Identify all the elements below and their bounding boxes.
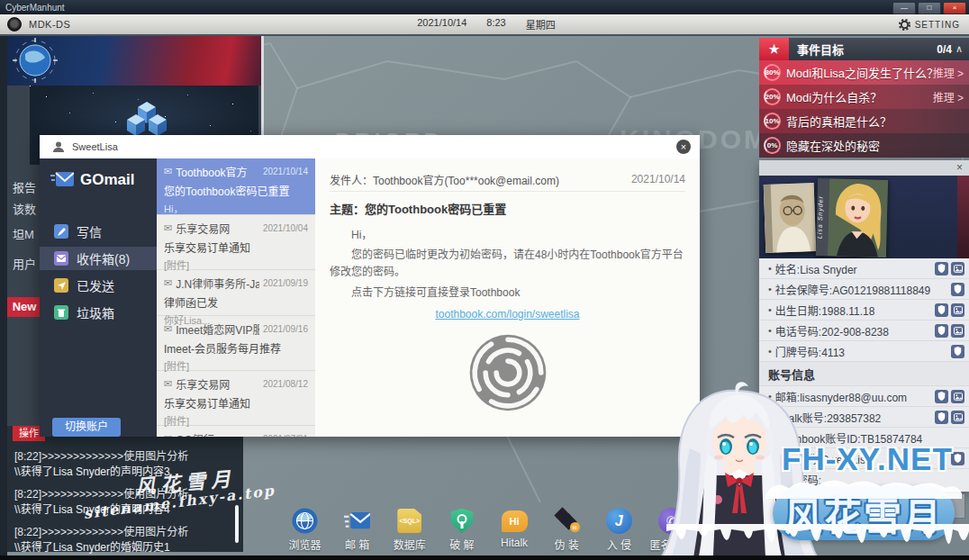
shield-icon[interactable] xyxy=(935,324,948,338)
mail-body-line: Hi， xyxy=(330,227,685,244)
photo-icon[interactable] xyxy=(951,262,964,275)
time: 8:23 xyxy=(486,17,505,32)
screen-left-edge xyxy=(0,34,7,560)
mail-body-line: 点击下方链接可直接登录Toothbook xyxy=(330,285,685,302)
gear-icon xyxy=(899,19,910,31)
sidebar-item-sent[interactable]: 已发送 xyxy=(40,274,157,297)
sidebar-item-trash[interactable]: 垃圾箱 xyxy=(40,301,157,324)
mail-list-item[interactable]: ✉乐享交易网2021/08/12 乐享交易订单通知 [附件] xyxy=(157,371,315,426)
log-scrollbar[interactable] xyxy=(235,505,239,543)
objective-item[interactable]: 80% Modi和Lisa之间发生了什么？ 推理 > xyxy=(759,60,969,85)
progress-badge: 10% xyxy=(764,113,781,130)
shield-icon[interactable] xyxy=(935,262,948,275)
red-strip xyxy=(957,176,969,258)
mail-list-item[interactable]: ✉J.N律师事务所-James、2021/09/19 律师函已发 你好Lisa.… xyxy=(157,270,315,316)
portrait-card-lisa[interactable]: Lisa Snyder xyxy=(816,178,888,257)
shield-icon[interactable] xyxy=(951,452,964,465)
taskbar-item-disguise[interactable]: Hi 伪 装 xyxy=(543,508,591,556)
taskbar: 浏览器 邮 箱 <SQL> 数据库 破 解 Hi Hitalk Hi 伪 装 J… xyxy=(281,508,695,556)
portrait-card-man[interactable] xyxy=(764,183,817,253)
shield-icon[interactable] xyxy=(935,303,948,317)
log-line: [8:22]>>>>>>>>>>>>>使用图片分析 xyxy=(14,447,188,463)
taskbar-item-mail[interactable]: 邮 箱 xyxy=(333,508,381,556)
photo-icon[interactable] xyxy=(951,324,964,338)
fragment-text: 坦M xyxy=(13,225,34,242)
progress-badge: 80% xyxy=(764,64,781,81)
maximize-button[interactable]: □ xyxy=(918,2,941,14)
user-icon xyxy=(52,140,65,153)
taskbar-item-intrude[interactable]: J 入 侵 xyxy=(595,508,643,556)
envelope-icon: ✉ xyxy=(164,277,172,289)
bullet: • xyxy=(768,346,772,357)
close-icon[interactable]: × xyxy=(956,161,963,174)
profile-row[interactable]: • 姓名:Lisa Snyder xyxy=(759,258,969,279)
screen-bottom-edge xyxy=(0,555,969,560)
portrait-area: Lisa Snyder xyxy=(759,176,969,258)
game-screen: DRIORD PHAX KINGDOM xyxy=(0,0,969,560)
taskbar-item-browser[interactable]: 浏览器 xyxy=(281,508,329,556)
envelope-icon: ✉ xyxy=(164,222,172,234)
mail-app-icon xyxy=(344,508,370,534)
shield-icon[interactable] xyxy=(935,411,948,424)
new-badge: New xyxy=(7,297,41,317)
mail-account-name: SweetLisa xyxy=(72,141,118,152)
close-button[interactable]: × xyxy=(943,2,966,14)
clock: 2021/10/14 8:23 星期四 xyxy=(396,17,576,32)
photo-icon[interactable] xyxy=(951,411,964,424)
profile-titlebar: × xyxy=(759,160,969,176)
stars xyxy=(30,86,31,86)
inbox-icon xyxy=(54,251,68,266)
envelope-icon: ✉ xyxy=(164,378,172,390)
toothbook-spiral-logo xyxy=(466,331,549,414)
mail-list-item[interactable]: ✉GO银行2021/07/31 GO银行年度电子账单 xyxy=(157,426,315,437)
chevron-up-icon[interactable]: ∧ xyxy=(955,43,963,55)
window-controls: — □ × xyxy=(892,2,966,14)
profile-row[interactable]: • 电话号码:202-908-8238 xyxy=(759,321,969,341)
mail-list-item[interactable]: ✉乐享交易网2021/10/04 乐享交易订单通知 [附件] xyxy=(157,215,315,270)
gomail-brand: GOmail xyxy=(80,171,134,189)
envelope-icon xyxy=(50,172,74,188)
mail-list-item[interactable]: ✉Toothbook官方2021/10/14 您的Toothbook密码已重置 … xyxy=(157,158,315,215)
mail-titlebar[interactable]: SweetLisa × xyxy=(40,135,700,159)
toothbook-login-link[interactable]: toothbook.com/login/sweetlisa xyxy=(315,308,700,321)
photo-icon[interactable] xyxy=(951,390,964,403)
snow-cap xyxy=(762,475,965,499)
shield-icon[interactable] xyxy=(935,390,948,403)
shield-icon[interactable] xyxy=(951,345,964,358)
mail-subject: 主题：您的Toothbook密码已重置 xyxy=(330,200,506,217)
taskbar-item-hitalk[interactable]: Hi Hitalk xyxy=(491,508,539,556)
mail-list-item[interactable]: ✉Imeet婚恋网VIP服务2021/09/16 Imeet-会员服务每月推荐 … xyxy=(157,316,315,371)
crack-shield-icon xyxy=(450,509,474,534)
trash-icon xyxy=(54,305,68,320)
app-topbar: MDK-DS 2021/10/14 8:23 星期四 SETTING xyxy=(0,14,969,36)
sidebar-item-compose[interactable]: 写信 xyxy=(40,220,157,243)
objective-item[interactable]: 20% Modi为什么自杀？ 推理 > xyxy=(759,85,969,109)
minimize-button[interactable]: — xyxy=(892,2,916,14)
objective-item[interactable]: 0% 隐藏在深处的秘密 xyxy=(759,133,969,158)
switch-account-button[interactable]: 切换账户 xyxy=(52,418,121,437)
setting-button[interactable]: SETTING xyxy=(899,19,960,31)
objectives-header[interactable]: ★ 事件目标 0/4 ∧ xyxy=(759,38,969,60)
deduce-button[interactable]: 推理 > xyxy=(933,65,964,80)
mail-date: 2021/10/14 xyxy=(631,173,685,185)
close-icon[interactable]: × xyxy=(676,140,691,154)
profile-row[interactable]: • 社会保障号:AG01219881118849 xyxy=(759,279,969,300)
gomail-logo: GOmail xyxy=(50,171,134,189)
mdk-logo-icon xyxy=(7,17,22,32)
hitalk-icon: Hi xyxy=(502,510,528,532)
shield-icon[interactable] xyxy=(951,283,964,296)
photo-icon[interactable] xyxy=(951,303,964,317)
fragment-text: 该数 xyxy=(13,200,36,217)
profile-row[interactable]: • 出生日期:1988.11.18 xyxy=(759,300,969,321)
paper-plane-icon xyxy=(54,278,68,293)
sidebar-item-inbox[interactable]: 收件箱(8) xyxy=(40,247,157,270)
deduce-button[interactable]: 推理 > xyxy=(933,89,964,104)
profile-row[interactable]: • 门牌号码:4113 xyxy=(759,341,969,362)
objective-item[interactable]: 10% 背后的真相是什么？ xyxy=(759,109,969,133)
log-result: \\获得了Lisa Snyder的婚姻历史1 xyxy=(14,538,170,554)
bullet: • xyxy=(768,325,772,336)
objectives-panel: ★ 事件目标 0/4 ∧ 80% Modi和Lisa之间发生了什么？ 推理 > … xyxy=(759,38,969,158)
taskbar-item-database[interactable]: <SQL> 数据库 xyxy=(385,508,433,556)
taskbar-item-crack[interactable]: 破 解 xyxy=(438,508,485,556)
window-titlebar[interactable]: CyberManhunt — □ × xyxy=(0,0,969,14)
